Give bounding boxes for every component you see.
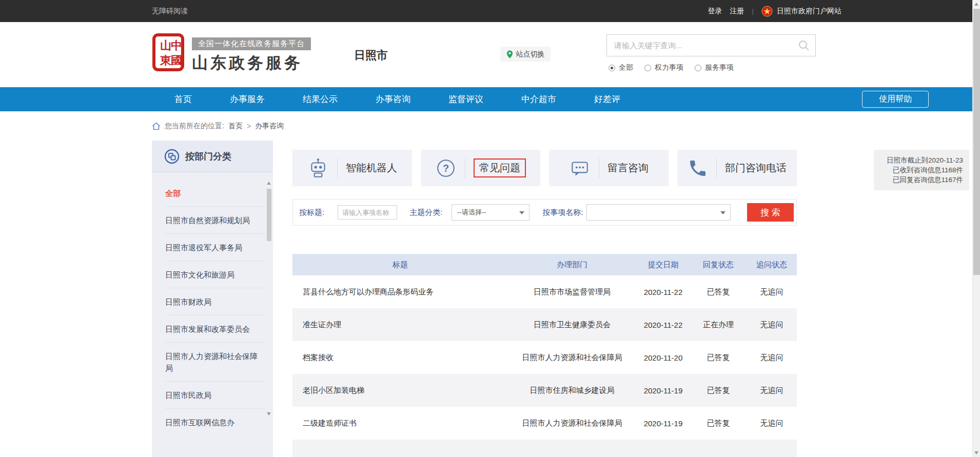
sidebar-item[interactable]: 日照市财政局 bbox=[165, 288, 273, 315]
radio-icon[interactable] bbox=[644, 65, 651, 71]
cell-follow-status: 无追问 bbox=[747, 407, 797, 440]
nav-item[interactable]: 监督评议 bbox=[448, 93, 483, 105]
search-button[interactable]: 搜 索 bbox=[747, 203, 794, 222]
nav-item[interactable]: 首页 bbox=[174, 93, 192, 105]
scroll-up-icon[interactable] bbox=[974, 3, 978, 6]
stats-line: 已回复咨询信息1167件 bbox=[880, 175, 963, 185]
nav-item[interactable]: 好差评 bbox=[594, 93, 620, 105]
scroll-down-icon[interactable] bbox=[267, 412, 271, 415]
table-row[interactable]: 准生证办理日照市卫生健康委员会2020-11-22正在办理无追问 bbox=[292, 308, 797, 341]
sidebar-item[interactable]: 全部 bbox=[165, 180, 273, 207]
table-row[interactable]: 二级建造师证书日照市人力资源和社会保障局2020-11-19已答复无追问 bbox=[292, 407, 797, 440]
site-switch-button[interactable]: 站点切换 bbox=[500, 47, 551, 62]
robot-icon bbox=[307, 157, 329, 179]
register-link[interactable]: 注册 bbox=[730, 7, 744, 16]
col-reply-status: 回复状态 bbox=[690, 254, 747, 275]
radio-icon[interactable] bbox=[695, 65, 701, 71]
topbar-divider: | bbox=[752, 7, 754, 15]
department-list: 全部日照市自然资源和规划局日照市退役军人事务局日照市文化和旅游局日照市财政局日照… bbox=[152, 172, 273, 436]
sidebar-item[interactable]: 日照市民政局 bbox=[165, 382, 273, 409]
tab-phone-consult[interactable]: 部门咨询电话 bbox=[677, 150, 797, 186]
sidebar-item[interactable]: 日照市退役军人事务局 bbox=[165, 234, 273, 261]
tab-label: 部门咨询电话 bbox=[725, 161, 787, 175]
breadcrumb-prefix: 您当前所在的位置: bbox=[165, 122, 224, 131]
scroll-up-icon[interactable] bbox=[267, 182, 271, 185]
top-bar: 无障碍阅读 登录 注册 | 日照市政府门户网站 bbox=[0, 0, 980, 22]
search-icon[interactable] bbox=[798, 39, 810, 52]
cell-reply-status: 正在办理 bbox=[690, 308, 747, 341]
sidebar-scroll-thumb[interactable] bbox=[267, 189, 271, 241]
breadcrumb-current[interactable]: 办事咨询 bbox=[255, 122, 284, 131]
filter-bar: 按标题: 主题分类: --请选择-- 按事项名称: 搜 索 bbox=[292, 199, 797, 226]
main-nav: 首页办事服务结果公示办事咨询监督评议中介超市好差评 使用帮助 bbox=[0, 87, 980, 111]
national-emblem-icon bbox=[761, 6, 773, 17]
search-scope[interactable]: 服务事项 bbox=[695, 63, 734, 72]
help-button[interactable]: 使用帮助 bbox=[862, 91, 929, 108]
search-scope-group: 全部权力事项服务事项 bbox=[609, 63, 734, 72]
site-switch-label: 站点切换 bbox=[516, 50, 545, 59]
cell-date: 2020-11-22 bbox=[636, 308, 690, 341]
sidebar-title: 按部门分类 bbox=[185, 150, 231, 163]
message-icon bbox=[569, 157, 591, 179]
radio-icon[interactable] bbox=[609, 65, 615, 71]
nav-item[interactable]: 结果公示 bbox=[303, 93, 338, 105]
nav-item[interactable]: 办事咨询 bbox=[376, 93, 410, 105]
sidebar-item[interactable]: 日照市自然资源和规划局 bbox=[165, 207, 273, 234]
cell-title[interactable]: 莒县什么地方可以办理商品条形码业务 bbox=[292, 275, 508, 308]
cell-title[interactable]: 二级建造师证书 bbox=[292, 407, 508, 440]
nav-item[interactable]: 中介超市 bbox=[521, 93, 556, 105]
page-scrollbar[interactable] bbox=[972, 0, 980, 457]
scroll-down-icon[interactable] bbox=[974, 451, 978, 454]
sidebar-item[interactable]: 日照市发展和改革委员会 bbox=[165, 315, 273, 343]
search-scope[interactable]: 全部 bbox=[609, 63, 633, 72]
tab-message-consult[interactable]: 留言咨询 bbox=[549, 150, 669, 186]
table-row[interactable]: 老旧小区加装电梯日照市住房和城乡建设局2020-11-19已答复无追问 bbox=[292, 374, 797, 407]
category-icon bbox=[164, 149, 180, 164]
keyword-search-input[interactable] bbox=[607, 35, 781, 56]
col-date: 提交日期 bbox=[636, 254, 690, 275]
question-icon: ? bbox=[435, 157, 457, 179]
svg-text:山: 山 bbox=[160, 39, 171, 52]
table-header-row: 标题 办理部门 提交日期 回复状态 追问状态 bbox=[292, 254, 797, 275]
card-divider bbox=[716, 158, 717, 178]
table-row[interactable]: 莒县什么地方可以办理商品条形码业务日照市市场监督管理局2020-11-22已答复… bbox=[292, 275, 797, 308]
nav-item[interactable]: 办事服务 bbox=[230, 93, 265, 105]
svg-text:國: 國 bbox=[171, 54, 182, 67]
topic-select[interactable]: --请选择-- bbox=[452, 204, 530, 221]
cell-reply-status: 已答复 bbox=[690, 374, 747, 407]
login-link[interactable]: 登录 bbox=[708, 7, 722, 16]
nav-items: 首页办事服务结果公示办事咨询监督评议中介超市好差评 bbox=[174, 87, 620, 111]
cell-follow-status: 无追问 bbox=[747, 341, 797, 374]
cell-department: 日照市卫生健康委员会 bbox=[508, 308, 636, 341]
tab-faq[interactable]: ? 常见问题 bbox=[421, 150, 540, 186]
location-pin-icon bbox=[506, 50, 513, 58]
item-name-select[interactable] bbox=[586, 204, 731, 221]
topic-select-value: --请选择-- bbox=[457, 208, 486, 217]
search-scope[interactable]: 权力事项 bbox=[644, 63, 683, 72]
cell-title[interactable]: 档案接收 bbox=[292, 341, 508, 374]
filter-title-input[interactable] bbox=[338, 205, 397, 220]
sidebar-scrollbar[interactable] bbox=[267, 181, 271, 422]
tab-label-highlighted: 常见问题 bbox=[474, 158, 526, 177]
portal-name: 日照市政府门户网站 bbox=[777, 7, 841, 16]
cell-follow-status: 无追问 bbox=[747, 275, 797, 308]
tab-label: 留言咨询 bbox=[607, 161, 649, 175]
chevron-down-icon bbox=[519, 211, 524, 214]
page-scroll-thumb[interactable] bbox=[973, 9, 980, 275]
breadcrumb-home[interactable]: 首页 bbox=[228, 122, 243, 131]
sidebar-item[interactable]: 日照市人力资源和社会保障局 bbox=[165, 343, 273, 382]
cell-department: 日照市市场监督管理局 bbox=[508, 275, 636, 308]
filter-topic-label: 主题分类: bbox=[409, 208, 442, 217]
cell-title[interactable]: 准生证办理 bbox=[292, 308, 508, 341]
cell-reply-status: 已答复 bbox=[690, 275, 747, 308]
table-row[interactable]: 档案接收日照市人力资源和社会保障局2020-11-20已答复无追问 bbox=[292, 341, 797, 374]
tab-smart-robot[interactable]: 智能机器人 bbox=[292, 150, 412, 186]
cell-title[interactable]: 老旧小区加装电梯 bbox=[292, 374, 508, 407]
sidebar-item[interactable]: 日照市文化和旅游局 bbox=[165, 261, 273, 288]
accessibility-link[interactable]: 无障碍阅读 bbox=[152, 0, 188, 22]
scope-label: 全部 bbox=[619, 63, 633, 72]
sidebar-item[interactable]: 日照市互联网信息办 bbox=[165, 409, 273, 436]
portal-link[interactable]: 日照市政府门户网站 bbox=[761, 6, 841, 17]
site-logo[interactable]: 山 中 東 國 全国一体化在线政务服务平台 山东政务服务 bbox=[152, 32, 311, 74]
cell-department: 日照市住房和城乡建设局 bbox=[508, 374, 636, 407]
